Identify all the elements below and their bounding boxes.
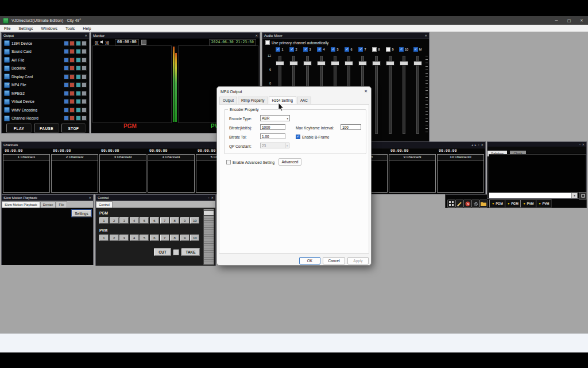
channel-checkbox[interactable] xyxy=(386,47,390,52)
advanced-button[interactable]: Advanced xyxy=(278,158,301,166)
stream-icon[interactable] xyxy=(76,82,81,87)
channel-checkbox[interactable] xyxy=(303,47,308,52)
menu-tools[interactable]: Tools xyxy=(61,26,79,30)
record-icon[interactable] xyxy=(69,57,75,63)
pvm-source-button[interactable]: 2 xyxy=(110,235,119,241)
take-button[interactable]: TAKE xyxy=(181,248,200,256)
tab-file[interactable]: File xyxy=(56,201,67,208)
auto-primary-checkbox[interactable] xyxy=(265,40,270,45)
record-icon[interactable] xyxy=(69,91,75,96)
channel-preview-10[interactable]: 10 Channel10 xyxy=(437,154,484,193)
output-item[interactable]: AVI File xyxy=(3,56,88,64)
close-icon[interactable]: ✕ xyxy=(84,33,87,39)
monitor-icon[interactable] xyxy=(64,66,69,71)
stream-icon[interactable] xyxy=(76,116,81,121)
output-item[interactable]: WMV Encoding xyxy=(3,106,88,114)
output-item-selected[interactable]: ✓MP4 File xyxy=(3,81,88,90)
pvm-source-button[interactable]: 3 xyxy=(119,235,129,241)
channel-preview-3[interactable]: 3 Channel3 xyxy=(99,154,146,193)
tab-control[interactable]: Control xyxy=(96,201,113,208)
monitor-icon[interactable] xyxy=(64,99,69,104)
settings-icon[interactable] xyxy=(82,99,87,104)
volume-slider[interactable] xyxy=(416,56,419,134)
record-icon[interactable] xyxy=(69,41,75,46)
channel-checkbox[interactable] xyxy=(317,47,322,52)
monitor-icon[interactable] xyxy=(64,49,69,54)
channel-checkbox[interactable] xyxy=(276,47,280,52)
stream-icon[interactable] xyxy=(76,91,81,96)
record-indicator-icon[interactable] xyxy=(141,40,146,45)
dropdown-icon[interactable]: ▾ xyxy=(571,193,577,198)
settings-icon[interactable] xyxy=(82,91,87,96)
edit-pencil-icon[interactable] xyxy=(455,200,463,208)
volume-slider[interactable] xyxy=(403,56,405,134)
menu-help[interactable]: Help xyxy=(79,26,95,30)
stream-icon[interactable] xyxy=(76,74,81,79)
output-item[interactable]: MPEG2 xyxy=(3,89,88,98)
ok-button[interactable]: OK xyxy=(299,257,320,264)
stream-icon[interactable] xyxy=(76,99,81,104)
record-icon[interactable] xyxy=(69,49,75,54)
maximize-icon[interactable]: ▢ xyxy=(563,18,575,23)
speaker-icon[interactable] xyxy=(100,40,105,44)
stream-icon[interactable] xyxy=(76,57,81,63)
channel-checkbox[interactable] xyxy=(289,47,294,52)
safebox-action-button[interactable] xyxy=(579,192,587,200)
settings-icon[interactable] xyxy=(82,74,87,79)
output-item[interactable]: 1394 Device xyxy=(3,39,88,48)
output-item[interactable]: Virtual Device xyxy=(3,98,88,106)
record-icon[interactable] xyxy=(69,108,75,113)
transition-option-button[interactable] xyxy=(173,250,179,255)
settings-icon[interactable] xyxy=(82,57,87,63)
float-icon[interactable]: ▫ xyxy=(208,195,209,201)
pgm-source-button[interactable]: 7 xyxy=(160,217,169,224)
channel-checkbox[interactable] xyxy=(358,47,363,52)
apply-button[interactable]: Apply xyxy=(347,257,369,264)
channel-preview-9[interactable]: 9 Channel9 xyxy=(389,154,436,193)
channel-checkbox[interactable] xyxy=(372,47,377,52)
send-pgm-a-button[interactable]: ▼PGM xyxy=(489,200,505,208)
scroll-left-icon[interactable]: ◂ xyxy=(471,143,473,148)
monitor-icon[interactable] xyxy=(64,57,69,63)
tab-slow-motion-playback[interactable]: Slow Motion Playback xyxy=(2,201,40,208)
gear-icon[interactable] xyxy=(471,200,479,208)
tab-rtmp-property[interactable]: Rtmp Property xyxy=(238,97,268,104)
send-pvm-b-button[interactable]: ▼PVM xyxy=(536,200,552,208)
monitor-icon[interactable] xyxy=(64,74,69,79)
volume-slider[interactable] xyxy=(389,56,392,134)
monitor-icon[interactable] xyxy=(64,82,69,87)
pvm-source-button[interactable]: 6 xyxy=(150,235,159,241)
settings-button[interactable]: Settings xyxy=(72,210,91,217)
pgm-source-button[interactable]: 4 xyxy=(130,217,139,224)
close-icon[interactable]: ✕ xyxy=(424,33,427,39)
cancel-button[interactable]: Cancel xyxy=(323,257,345,264)
menu-settings[interactable]: Settings xyxy=(14,26,37,30)
stop-button[interactable]: STOP xyxy=(61,124,86,133)
safebox-combobox[interactable]: ▾ xyxy=(489,193,578,198)
pgm-source-button[interactable]: 8 xyxy=(170,217,179,224)
monitor-icon[interactable] xyxy=(64,41,69,46)
pgm-source-button[interactable]: 3 xyxy=(119,217,129,224)
stream-icon[interactable] xyxy=(76,66,81,71)
channel-preview-4[interactable]: 4 Channel4 xyxy=(148,154,195,193)
tab-device[interactable]: Device xyxy=(40,201,56,208)
settings-icon[interactable] xyxy=(82,82,87,87)
close-icon[interactable]: ✕ xyxy=(211,195,214,201)
delete-icon[interactable] xyxy=(463,200,471,208)
volume-slider[interactable] xyxy=(375,56,378,134)
max-keyframe-input[interactable] xyxy=(341,124,361,130)
pgm-source-button[interactable]: 5 xyxy=(140,217,149,224)
record-icon[interactable] xyxy=(69,66,75,71)
record-icon[interactable] xyxy=(69,99,75,104)
close-icon[interactable]: ✕ xyxy=(575,18,588,23)
channel-checkbox[interactable] xyxy=(345,47,349,52)
menu-windows[interactable]: Windows xyxy=(37,26,61,30)
pgm-source-button[interactable]: 9 xyxy=(180,217,189,224)
tbar-handle[interactable] xyxy=(203,210,214,216)
settings-icon[interactable] xyxy=(82,108,87,113)
settings-icon[interactable] xyxy=(82,116,87,121)
send-pvm-a-button[interactable]: ▼PVM xyxy=(520,200,536,208)
pgm-source-button[interactable]: 10 xyxy=(190,217,199,224)
output-item[interactable]: Sound Card xyxy=(3,48,88,56)
float-icon[interactable]: ▫ xyxy=(478,143,479,148)
